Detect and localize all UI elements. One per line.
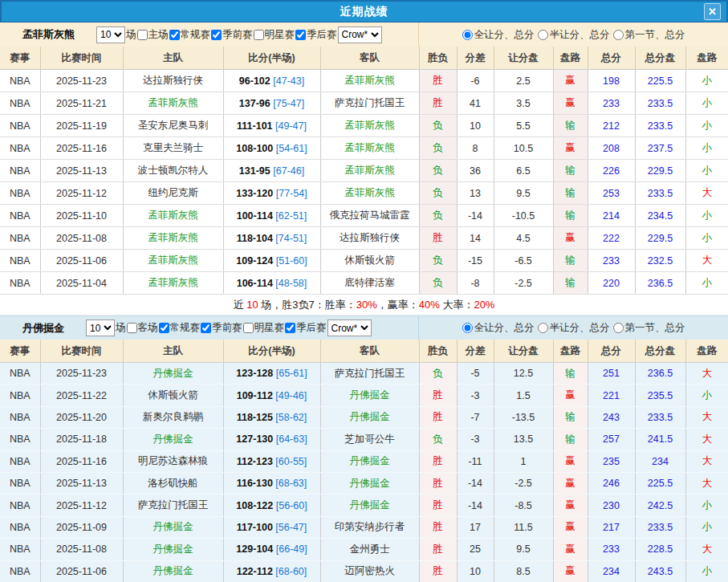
- bookmaker-select-2[interactable]: Crow*: [327, 319, 372, 336]
- radio-first-quarter-1[interactable]: 第一节、总分: [613, 28, 685, 42]
- odds-type-radios-1: 全让分、总分 半让分、总分 第一节、总分: [419, 28, 728, 42]
- games-count-select-2[interactable]: 10: [86, 319, 115, 336]
- cell-away-team: 丹佛掘金: [320, 406, 419, 428]
- cell-home-team: 明尼苏达森林狼: [123, 450, 223, 472]
- cell-league: NBA: [0, 272, 40, 295]
- cell-point-diff: -3: [457, 385, 494, 406]
- full-time-score: 109-112: [237, 390, 273, 401]
- cell-handicap-line: -13.5: [494, 406, 553, 428]
- full-handicap-radio-1[interactable]: [462, 30, 473, 40]
- cell-score: 133-120 [77-54]: [223, 182, 320, 205]
- first-quarter-label-2: 第一节、总分: [625, 321, 685, 335]
- column-header: 比赛时间: [40, 47, 123, 70]
- filter-allstar-2[interactable]: 明星赛: [242, 321, 285, 335]
- radio-half-handicap-1[interactable]: 半让分、总分: [538, 28, 610, 42]
- playoff-checkbox-1[interactable]: [295, 30, 306, 40]
- cell-total-points: 220: [588, 272, 635, 295]
- first-quarter-radio-2[interactable]: [613, 323, 624, 333]
- cell-total-line: 235.5: [635, 385, 685, 406]
- cell-win-loss: 胜: [419, 92, 457, 115]
- cell-score: 129-104 [66-49]: [223, 539, 320, 560]
- table-row: NBA2025-11-20新奥尔良鹈鹕118-125 [58-62]丹佛掘金胜-…: [0, 406, 728, 428]
- filter-preseason-2[interactable]: 季前赛: [200, 321, 242, 335]
- cell-home-team: 纽约尼克斯: [123, 182, 223, 205]
- cell-league: NBA: [0, 450, 40, 472]
- cell-win-loss: 负: [419, 115, 457, 137]
- table-row: NBA2025-11-21孟菲斯灰熊137-96 [75-47]萨克拉门托国王胜…: [0, 92, 728, 115]
- close-icon[interactable]: ✕: [704, 3, 721, 20]
- preseason-checkbox-label-1: 季前赛: [222, 28, 253, 42]
- home-checkbox-1[interactable]: [137, 30, 148, 40]
- away-checkbox-2[interactable]: [127, 323, 137, 333]
- cell-over-under: 小: [685, 560, 728, 582]
- filter-playoff-1[interactable]: 季后赛: [295, 28, 337, 42]
- radio-full-handicap-2[interactable]: 全让分、总分: [462, 321, 535, 335]
- bookmaker-select-1[interactable]: Crow*: [338, 26, 382, 43]
- cell-over-under: 大: [685, 450, 728, 472]
- cell-away-team: 丹佛掘金: [320, 472, 419, 494]
- column-header: 盘路: [553, 340, 588, 363]
- filter-playoff-2[interactable]: 季后赛: [284, 321, 327, 335]
- radio-half-handicap-2[interactable]: 半让分、总分: [538, 321, 610, 335]
- cell-league: NBA: [0, 227, 40, 250]
- half-handicap-radio-1[interactable]: [538, 30, 548, 40]
- cell-total-line: 236.5: [635, 363, 685, 385]
- regular-checkbox-1[interactable]: [169, 30, 180, 40]
- cell-total-points: 251: [588, 363, 635, 385]
- half-time-score: [56-60]: [273, 500, 307, 511]
- radio-first-quarter-2[interactable]: 第一节、总分: [613, 321, 685, 335]
- home-checkbox-label-1: 主场: [148, 28, 169, 42]
- cell-win-loss: 负: [419, 205, 457, 227]
- half-time-score: [51-60]: [273, 255, 307, 267]
- cell-handicap-result: 赢: [553, 472, 588, 494]
- preseason-checkbox-2[interactable]: [201, 323, 211, 333]
- cell-score: 137-96 [75-47]: [223, 92, 320, 115]
- full-handicap-label-1: 全让分、总分: [474, 28, 535, 42]
- games-count-select-1[interactable]: 10: [96, 26, 125, 43]
- playoff-checkbox-2[interactable]: [285, 323, 295, 333]
- allstar-checkbox-2[interactable]: [243, 323, 254, 333]
- cell-total-line: 233.5: [635, 115, 685, 137]
- column-header: 让分盘: [494, 47, 553, 70]
- recent-results-dialog: 近期战绩 ✕ 孟菲斯灰熊 10 场 主场 常规赛 季前赛 明星赛 季后赛 Cro…: [0, 0, 728, 582]
- table-row: NBA2025-11-13洛杉矶快船116-130 [68-63]丹佛掘金胜-1…: [0, 472, 728, 494]
- filter-left-group-2: 丹佛掘金 10 场 客场 常规赛 季前赛 明星赛 季后赛 Crow*: [0, 316, 419, 340]
- half-time-score: [68-63]: [273, 478, 307, 489]
- regular-checkbox-2[interactable]: [159, 323, 169, 333]
- cell-away-team: 休斯顿火箭: [320, 250, 419, 272]
- team-filter-bar-1: 孟菲斯灰熊 10 场 主场 常规赛 季前赛 明星赛 季后赛 Crow* 全让分、…: [0, 22, 728, 47]
- allstar-checkbox-1[interactable]: [254, 30, 264, 40]
- playoff-checkbox-label-2: 季后赛: [296, 321, 327, 335]
- filter-away-2[interactable]: 客场: [126, 321, 158, 335]
- allstar-checkbox-label-2: 明星赛: [254, 321, 285, 335]
- cell-handicap-result: 赢: [553, 70, 588, 92]
- cell-over-under: 小: [685, 205, 728, 227]
- filter-preseason-1[interactable]: 季前赛: [210, 28, 253, 42]
- filter-left-group-1: 孟菲斯灰熊 10 场 主场 常规赛 季前赛 明星赛 季后赛 Crow*: [0, 22, 419, 47]
- filter-regular-2[interactable]: 常规赛: [158, 321, 201, 335]
- cell-away-team: 孟菲斯灰熊: [320, 137, 419, 160]
- half-handicap-radio-2[interactable]: [538, 323, 548, 333]
- cell-handicap-result: 输: [553, 182, 588, 205]
- cell-handicap-line: 10.5: [494, 137, 553, 160]
- cell-league: NBA: [0, 205, 40, 227]
- cell-win-loss: 胜: [419, 539, 457, 560]
- preseason-checkbox-1[interactable]: [211, 30, 222, 40]
- cell-total-points: 233: [588, 250, 635, 272]
- cell-handicap-line: 12.5: [494, 363, 553, 385]
- cell-point-diff: 14: [457, 227, 494, 250]
- cell-handicap-line: 2.5: [494, 70, 553, 92]
- cell-date: 2025-11-22: [40, 385, 123, 406]
- cell-total-line: 232.5: [635, 250, 685, 272]
- cell-total-points: 233: [588, 92, 635, 115]
- filter-allstar-1[interactable]: 明星赛: [253, 28, 295, 42]
- filter-home-1[interactable]: 主场: [136, 28, 169, 42]
- filter-regular-1[interactable]: 常规赛: [169, 28, 211, 42]
- full-handicap-radio-2[interactable]: [462, 323, 473, 333]
- half-time-score: [74-51]: [273, 233, 307, 244]
- first-quarter-radio-1[interactable]: [613, 30, 624, 40]
- cell-handicap-line: 9.5: [494, 182, 553, 205]
- column-header: 比赛时间: [40, 340, 123, 363]
- cell-handicap-result: 赢: [553, 516, 588, 538]
- radio-full-handicap-1[interactable]: 全让分、总分: [462, 28, 535, 42]
